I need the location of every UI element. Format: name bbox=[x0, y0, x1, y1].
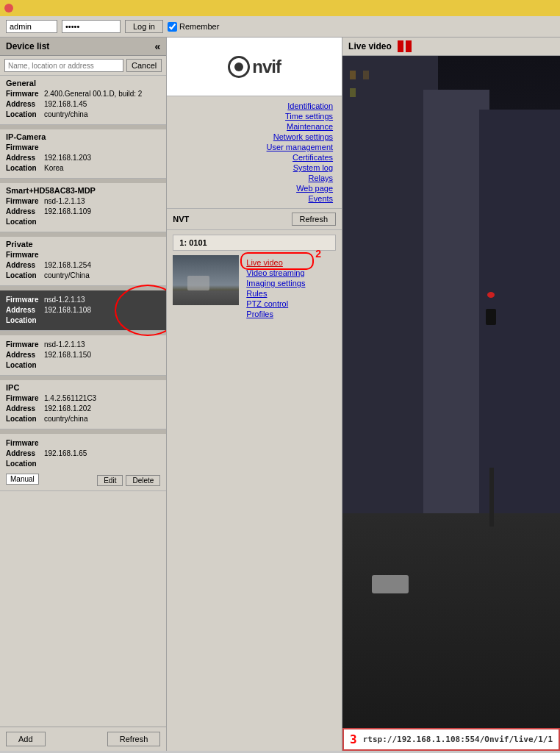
device-group-manual[interactable]: Firmware Address 192.168.1.65 Location M… bbox=[0, 434, 166, 491]
menu-links: Identification Time settings Maintenance… bbox=[167, 96, 342, 209]
search-bar: Cancel bbox=[0, 56, 166, 76]
nvt-header: NVT Refresh bbox=[167, 209, 342, 230]
menu-time-settings[interactable]: Time settings bbox=[167, 111, 342, 121]
device-firmware-row: Firmware nsd-1.2.1.13 bbox=[6, 196, 160, 207]
title-bar bbox=[0, 0, 560, 16]
channel-id[interactable]: 1: 0101 bbox=[173, 235, 336, 251]
main-container: Device list « Cancel General Firmware 2.… bbox=[0, 38, 560, 751]
device-list-scroll: General Firmware 2.400.General 00.1.D, b… bbox=[0, 76, 166, 727]
nvt-label: NVT bbox=[173, 215, 189, 224]
panel-header: Device list « bbox=[0, 38, 166, 56]
device-location-row: Location country/china bbox=[6, 414, 160, 424]
video-scene bbox=[342, 56, 560, 728]
rtsp-bar: 3 rtsp://192.168.1.108:554/Onvif/live/1/… bbox=[342, 728, 560, 751]
channel-content: 2 Live video Video streaming Imaging set… bbox=[173, 255, 336, 320]
channel-thumbnail bbox=[173, 255, 239, 305]
device-firmware-row: Firmware bbox=[6, 438, 160, 449]
remember-checkbox[interactable] bbox=[168, 22, 177, 32]
device-location-row: Location country/china bbox=[6, 110, 160, 120]
right-panel: Live video bbox=[342, 38, 560, 751]
channel-section: 1: 0101 2 Live video Video streaming I bbox=[167, 230, 342, 324]
onvif-logo: nvif bbox=[228, 56, 281, 78]
refresh-button[interactable]: Refresh bbox=[107, 732, 161, 746]
device-location-row: Location bbox=[6, 315, 160, 326]
channel-rules[interactable]: Rules bbox=[246, 289, 305, 298]
menu-network-settings[interactable]: Network settings bbox=[167, 132, 342, 142]
middle-panel: nvif Identification Time settings Mainte… bbox=[167, 38, 342, 751]
device-name: IP-Camera bbox=[6, 132, 160, 141]
device-name: General bbox=[6, 79, 160, 88]
edit-delete-row: Edit Delete bbox=[97, 475, 160, 486]
device-group-selected[interactable]: Firmware nsd-1.2.1.13 Address 192.168.1.… bbox=[0, 290, 166, 331]
device-name: Private bbox=[6, 240, 160, 249]
bottom-buttons: Add Refresh bbox=[0, 727, 166, 751]
device-location-row: Location bbox=[6, 360, 160, 371]
device-firmware-row: Firmware bbox=[6, 250, 160, 260]
menu-relays[interactable]: Relays bbox=[167, 173, 342, 183]
manual-badge: Manual bbox=[6, 474, 39, 485]
recording-indicator bbox=[398, 40, 412, 52]
device-list-panel: Device list « Cancel General Firmware 2.… bbox=[0, 38, 167, 751]
device-address-row: Address 192.168.1.254 bbox=[6, 260, 160, 271]
device-firmware-row: Firmware 2.400.General 00.1.D, build: 2 bbox=[6, 89, 160, 99]
delete-button[interactable]: Delete bbox=[126, 475, 160, 486]
device-address-row: Address 192.168.1.108 bbox=[6, 305, 160, 315]
login-bar: Log in Remember bbox=[0, 16, 560, 38]
nvt-refresh-button[interactable]: Refresh bbox=[292, 213, 337, 226]
collapse-button[interactable]: « bbox=[155, 40, 161, 52]
video-area bbox=[342, 56, 560, 728]
channel-video-streaming[interactable]: Video streaming bbox=[246, 268, 305, 277]
channel-ptz-control[interactable]: PTZ control bbox=[246, 299, 305, 308]
menu-web-page[interactable]: Web page bbox=[167, 183, 342, 193]
live-video-title: Live video bbox=[348, 41, 392, 51]
rec-bar-2 bbox=[406, 40, 412, 52]
panel-title: Device list bbox=[6, 41, 49, 51]
device-group-general[interactable]: General Firmware 2.400.General 00.1.D, b… bbox=[0, 76, 166, 125]
password-input[interactable] bbox=[62, 20, 121, 33]
device-address-row: Address 192.168.1.45 bbox=[6, 99, 160, 110]
device-location-row: Location bbox=[6, 459, 160, 469]
live-video-header: Live video bbox=[342, 38, 560, 56]
device-location-row: Location bbox=[6, 217, 160, 227]
device-address-row: Address 192.168.1.203 bbox=[6, 153, 160, 163]
device-group-ipc[interactable]: IPC Firmware 1.4.2.561121C3 Address 192.… bbox=[0, 380, 166, 429]
device-group-private[interactable]: Private Firmware Address 192.168.1.254 L… bbox=[0, 237, 166, 286]
device-address-row: Address 192.168.1.109 bbox=[6, 207, 160, 217]
login-button[interactable]: Log in bbox=[125, 20, 163, 33]
device-group-smart[interactable]: Smart+HD58AC83-MDP Firmware nsd-1.2.1.13… bbox=[0, 183, 166, 232]
add-button[interactable]: Add bbox=[6, 732, 46, 746]
device-name: Smart+HD58AC83-MDP bbox=[6, 186, 160, 195]
edit-button[interactable]: Edit bbox=[97, 475, 123, 486]
device-name: IPC bbox=[6, 383, 160, 392]
device-firmware-row: Firmware bbox=[6, 143, 160, 153]
channel-live-video[interactable]: Live video bbox=[246, 258, 305, 267]
search-input[interactable] bbox=[4, 59, 123, 72]
rec-bar-1 bbox=[398, 40, 403, 52]
onvif-section: nvif bbox=[167, 38, 342, 96]
device-firmware-row: Firmware nsd-1.2.1.13 bbox=[6, 340, 160, 350]
device-address-row: Address 192.168.1.65 bbox=[6, 449, 160, 459]
device-group-150[interactable]: Firmware nsd-1.2.1.13 Address 192.168.1.… bbox=[0, 335, 166, 376]
remember-label[interactable]: Remember bbox=[168, 22, 219, 32]
channel-profiles[interactable]: Profiles bbox=[246, 310, 305, 318]
menu-maintenance[interactable]: Maintenance bbox=[167, 121, 342, 132]
device-group-ipcamera[interactable]: IP-Camera Firmware Address 192.168.1.203… bbox=[0, 129, 166, 179]
username-input[interactable] bbox=[6, 20, 57, 33]
device-firmware-row: Firmware nsd-1.2.1.13 bbox=[6, 295, 160, 305]
menu-user-management[interactable]: User management bbox=[167, 142, 342, 152]
menu-certificates[interactable]: Certificates bbox=[167, 152, 342, 163]
menu-system-log[interactable]: System log bbox=[167, 163, 342, 173]
device-address-row: Address 192.168.1.202 bbox=[6, 404, 160, 414]
menu-events[interactable]: Events bbox=[167, 193, 342, 204]
rtsp-annotation-number: 3 bbox=[350, 732, 357, 746]
channel-links: 2 Live video Video streaming Imaging set… bbox=[246, 255, 305, 320]
close-icon[interactable] bbox=[4, 4, 13, 13]
device-location-row: Location country/China bbox=[6, 271, 160, 281]
menu-identification[interactable]: Identification bbox=[167, 101, 342, 111]
rtsp-url: rtsp://192.168.1.108:554/Onvif/live/1/1 bbox=[363, 735, 553, 744]
channel-imaging-settings[interactable]: Imaging settings bbox=[246, 279, 305, 288]
cancel-button[interactable]: Cancel bbox=[126, 59, 162, 72]
device-location-row: Location Korea bbox=[6, 163, 160, 174]
device-firmware-row: Firmware 1.4.2.561121C3 bbox=[6, 393, 160, 404]
device-address-row: Address 192.168.1.150 bbox=[6, 350, 160, 360]
